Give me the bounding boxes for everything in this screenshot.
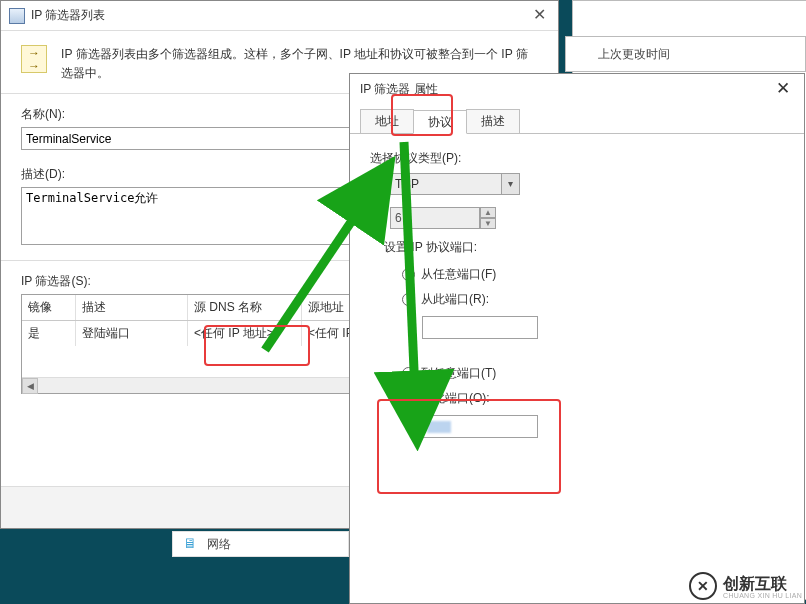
radio-to-this[interactable]: 到此端口(O): (402, 390, 776, 407)
tab-description[interactable]: 描述 (466, 109, 520, 133)
cell-mirror: 是 (22, 321, 76, 346)
to-port-input[interactable] (422, 415, 538, 438)
ip-filter-properties-dialog: IP 筛选器 属性 ✕ 地址 协议 描述 选择协议类型(P): ▾ ▲ ▼ 设置… (349, 73, 805, 604)
dialog2-title: IP 筛选器 属性 (360, 81, 438, 98)
port-group: 设置 IP 协议端口: 从任意端口(F) 从此端口(R): 到任意端口(T) 到… (384, 239, 776, 438)
cell-src-dns: <任何 IP 地址> (188, 321, 302, 346)
brand-logo-icon: ✕ (689, 572, 717, 600)
tab-bar: 地址 协议 描述 (350, 104, 804, 134)
protocol-type-group: 选择协议类型(P): ▾ ▲ ▼ (370, 150, 784, 229)
port-group-title: 设置 IP 协议端口: (384, 239, 776, 256)
col-desc[interactable]: 描述 (76, 295, 188, 320)
from-port-input (422, 316, 538, 339)
radio-from-any-label: 从任意端口(F) (421, 266, 496, 283)
dialog1-title: IP 筛选器列表 (31, 7, 105, 24)
protocol-number-spinner (390, 207, 480, 229)
radio-icon (402, 293, 415, 306)
radio-icon (402, 367, 415, 380)
col-src-dns[interactable]: 源 DNS 名称 (188, 295, 302, 320)
cell-desc: 登陆端口 (76, 321, 188, 346)
bg-column-text: 上次更改时间 (598, 46, 670, 63)
radio-to-any[interactable]: 到任意端口(T) (402, 365, 776, 382)
chevron-down-icon[interactable]: ▾ (502, 173, 520, 195)
brand-logo-sub: CHUANG XIN HU LIAN (723, 592, 802, 599)
dialog1-icon (9, 8, 25, 24)
network-icon: 🖥 (183, 536, 199, 552)
close-icon[interactable]: ✕ (526, 5, 552, 27)
tab-address[interactable]: 地址 (360, 109, 414, 133)
nav-item-network[interactable]: 🖥 网络 (172, 531, 349, 557)
nav-item-label: 网络 (207, 536, 231, 553)
brand-logo: ✕ 创新互联 CHUANG XIN HU LIAN (689, 572, 802, 600)
protocol-combo[interactable] (390, 173, 502, 195)
col-mirror[interactable]: 镜像 (22, 295, 76, 320)
radio-from-this[interactable]: 从此端口(R): (402, 291, 776, 308)
bg-column-header: 上次更改时间 (565, 36, 806, 72)
protocol-type-label: 选择协议类型(P): (370, 150, 784, 167)
close-icon[interactable]: ✕ (770, 78, 796, 100)
spin-down-icon[interactable]: ▼ (480, 218, 496, 229)
radio-from-any[interactable]: 从任意端口(F) (402, 266, 776, 283)
filter-list-icon (21, 45, 47, 73)
radio-icon (402, 268, 415, 281)
radio-from-this-label: 从此端口(R): (421, 291, 489, 308)
brand-logo-text: 创新互联 (723, 575, 787, 592)
radio-icon (402, 392, 415, 405)
spin-up-icon[interactable]: ▲ (480, 207, 496, 218)
dialog1-titlebar[interactable]: IP 筛选器列表 ✕ (1, 1, 558, 31)
tab-protocol[interactable]: 协议 (413, 110, 467, 134)
radio-to-this-label: 到此端口(O): (421, 390, 490, 407)
radio-to-any-label: 到任意端口(T) (421, 365, 496, 382)
scroll-left-icon[interactable]: ◀ (22, 378, 38, 394)
dialog2-titlebar[interactable]: IP 筛选器 属性 ✕ (350, 74, 804, 104)
